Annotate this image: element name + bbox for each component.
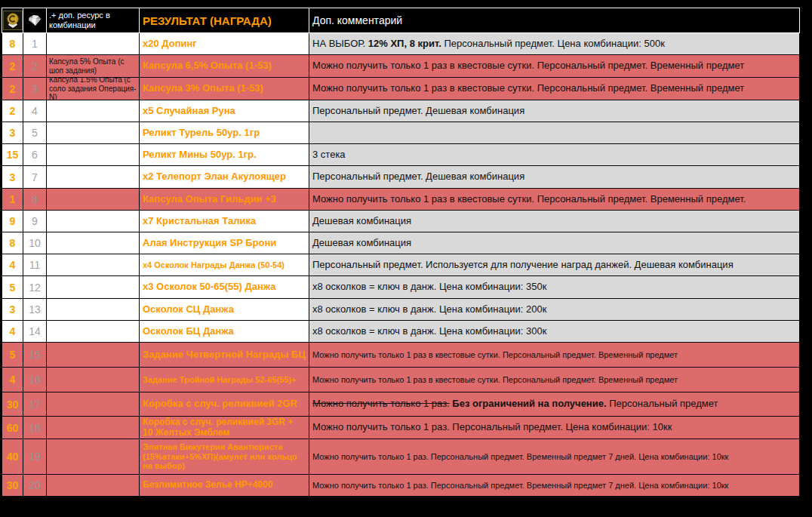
result-cell[interactable]: Элитная Бижутерия Авантюриста (15%атаки+… [140,439,309,475]
index-cell[interactable]: 11 [23,254,47,276]
result-cell[interactable]: Осколок БЦ Данжа [140,321,309,343]
comment-cell[interactable]: Персональный предмет. Используется для п… [309,254,800,276]
index-cell[interactable]: 12 [23,276,47,299]
header-resource-cell[interactable]: .+ доп. ресурс в комбинации [47,8,140,33]
resource-cell[interactable] [47,211,140,232]
resource-cell[interactable] [47,33,140,55]
index-cell[interactable]: 3 [23,78,47,100]
comment-cell[interactable]: x8 осколков = ключ в данж. Цена комбинац… [309,299,800,321]
resource-cell[interactable]: Капсула 1.5% Опыта (с соло задания Опера… [47,78,140,100]
result-cell[interactable]: x5 Случайная Руна [140,100,309,122]
result-cell[interactable]: Реликт Мины 50ур. 1гр. [140,144,309,166]
result-cell[interactable]: x4 Осколок Награды Данжа (50-54) [140,254,309,276]
comment-cell[interactable]: Можно получить только 1 раз. Персональны… [309,475,800,497]
cost-cell[interactable]: 30 [2,392,23,417]
cost-cell[interactable]: 40 [2,439,23,475]
cost-cell[interactable]: 5 [2,276,23,299]
comment-cell[interactable]: Можно получить только 1 раз в квестовые … [309,55,800,78]
index-cell[interactable]: 2 [23,55,47,78]
comment-cell[interactable]: Можно получить только 1 раз. Без огранич… [309,392,800,417]
cost-cell[interactable]: 30 [2,475,23,497]
comment-cell[interactable]: Можно получить только 1 раз в квестовые … [309,368,800,392]
comment-cell[interactable]: 3 стека [309,144,800,166]
result-cell[interactable]: x20 Допинг [140,33,309,55]
resource-cell[interactable] [47,144,140,166]
result-cell[interactable]: Задание Тройной Награды 52-65(55)+ [140,368,309,392]
resource-cell[interactable] [47,368,140,392]
result-cell[interactable]: x7 Кристальная Талика [140,211,309,232]
comment-cell[interactable]: Можно получить только 1 раз в квестовые … [309,78,800,100]
resource-cell[interactable] [47,343,140,368]
cost-cell[interactable]: 2 [2,78,23,100]
resource-cell[interactable] [47,439,140,475]
index-cell[interactable]: 16 [23,368,47,392]
result-cell[interactable]: Капсула Опыта Гильдии +3 [140,189,309,211]
cost-cell[interactable]: 4 [2,321,23,343]
resource-cell[interactable] [47,189,140,211]
cost-cell[interactable]: 1 [2,189,23,211]
comment-cell[interactable]: Можно получить только 1 раз в квестовые … [309,343,800,368]
index-cell[interactable]: 1 [23,33,47,55]
index-cell[interactable]: 4 [23,100,47,122]
cost-cell[interactable]: 8 [2,232,23,254]
comment-cell[interactable]: x8 осколков = ключ в данж. Цена комбинац… [309,276,800,299]
resource-cell[interactable] [47,122,140,144]
comment-cell[interactable]: Дешевая комбинация [309,232,800,254]
result-cell[interactable]: x3 Осколок 50-65(55) Данжа [140,276,309,299]
comment-cell[interactable]: НА ВЫБОР. 12% ХП, 8 крит. Персональный п… [309,33,800,55]
header-comment-cell[interactable]: Доп. комментарий [309,8,800,33]
cost-cell[interactable]: 60 [2,417,23,439]
index-cell[interactable]: 18 [23,417,47,439]
resource-cell[interactable] [47,232,140,254]
cost-cell[interactable]: 8 [2,33,23,55]
cost-cell[interactable]: 3 [2,122,23,144]
cost-cell[interactable]: 5 [2,343,23,368]
index-cell[interactable]: 5 [23,122,47,144]
result-cell[interactable]: Капсула 3% Опыта (1-53) [140,78,309,100]
comment-cell[interactable]: Персональный предмет. Дешевая комбинация [309,166,800,189]
cost-cell[interactable]: 4 [2,254,23,276]
cost-cell[interactable]: 15 [2,144,23,166]
index-cell[interactable]: 20 [23,475,47,497]
index-cell[interactable]: 14 [23,321,47,343]
comment-cell[interactable] [309,122,800,144]
resource-cell[interactable]: Капсула 5% Опыта (с шоп задания) [47,55,140,78]
resource-cell[interactable] [47,392,140,417]
comment-cell[interactable]: Можно получить только 1 раз в квестовые … [309,189,800,211]
comment-cell[interactable]: Персональный предмет. Дешевая комбинация [309,100,800,122]
result-cell[interactable]: x2 Телепорт Элан Акулоящер [140,166,309,189]
index-cell[interactable]: 10 [23,232,47,254]
result-cell[interactable]: Алая Инструкция SP Брони [140,232,309,254]
result-cell[interactable]: Задание Четвертной Награды БЦ [140,343,309,368]
index-cell[interactable]: 9 [23,211,47,232]
index-cell[interactable]: 6 [23,144,47,166]
header-cost-cell[interactable] [2,8,23,33]
index-cell[interactable]: 7 [23,166,47,189]
comment-cell[interactable]: x8 осколков = ключ в данж. Цена комбинац… [309,321,800,343]
resource-cell[interactable] [47,166,140,189]
result-cell[interactable]: Капсула 6,5% Опыта (1-53) [140,55,309,78]
resource-cell[interactable] [47,276,140,299]
index-cell[interactable]: 15 [23,343,47,368]
comment-cell[interactable]: Можно получить только 1 раз. Персональны… [309,417,800,439]
cost-cell[interactable]: 2 [2,100,23,122]
resource-cell[interactable] [47,100,140,122]
cost-cell[interactable]: 9 [2,211,23,232]
header-result-cell[interactable]: РЕЗУЛЬТАТ (НАГРАДА) [140,8,309,33]
resource-cell[interactable] [47,475,140,497]
resource-cell[interactable] [47,417,140,439]
cost-cell[interactable]: 2 [2,55,23,78]
cost-cell[interactable]: 4 [2,368,23,392]
header-index-cell[interactable] [23,8,47,33]
result-cell[interactable]: Реликт Турель 50ур. 1гр [140,122,309,144]
resource-cell[interactable] [47,299,140,321]
result-cell[interactable]: Коробка с случ. реликвией 2GR [140,392,309,417]
cost-cell[interactable]: 3 [2,299,23,321]
comment-cell[interactable]: Дешевая комбинация [309,211,800,232]
comment-cell[interactable]: Можно получить только 1 раз. Персональны… [309,439,800,475]
index-cell[interactable]: 19 [23,439,47,475]
index-cell[interactable]: 13 [23,299,47,321]
index-cell[interactable]: 17 [23,392,47,417]
result-cell[interactable]: Безлимитное Зелье HP+4000 [140,475,309,497]
resource-cell[interactable] [47,321,140,343]
